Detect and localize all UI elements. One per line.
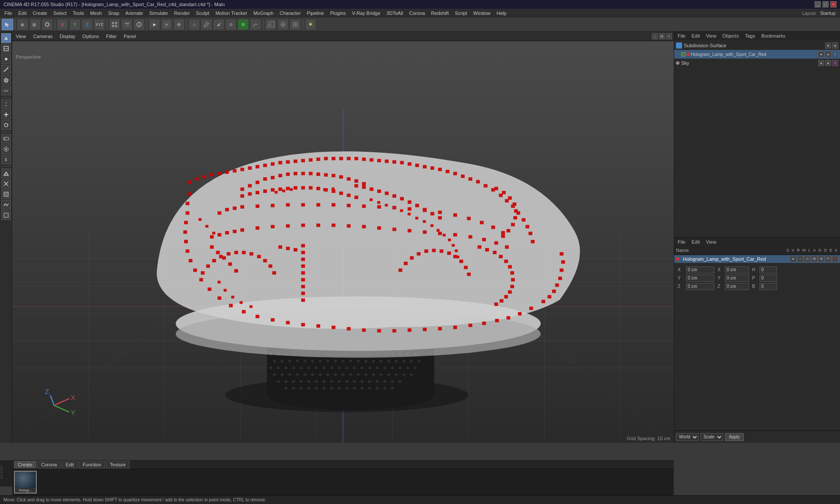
- viewport-area[interactable]: View Cameras Display Options Filter Pane…: [12, 32, 674, 443]
- menu-animate[interactable]: Animate: [123, 10, 146, 17]
- menu-file[interactable]: File: [2, 10, 15, 17]
- menu-create[interactable]: Create: [30, 10, 50, 17]
- minimize-button[interactable]: _: [815, 1, 821, 7]
- attr-icon-5[interactable]: ⊕: [818, 256, 824, 262]
- obj-visibility-btn[interactable]: ●: [825, 42, 831, 49]
- toolbar-spline-btn[interactable]: [250, 19, 261, 30]
- menu-snap[interactable]: Snap: [105, 10, 122, 17]
- toolbar-wireframe-btn[interactable]: [277, 19, 289, 30]
- sidebar-tool8[interactable]: [1, 210, 11, 220]
- toolbar-null-btn[interactable]: ◇: [189, 19, 200, 30]
- toolbar-render-settings-btn[interactable]: [173, 19, 185, 30]
- obj-menu-objects[interactable]: Objects: [721, 33, 740, 39]
- menu-help[interactable]: Help: [494, 10, 509, 17]
- attr-icon-2[interactable]: ○: [797, 256, 803, 262]
- vp-menu-panel[interactable]: Panel: [122, 33, 138, 40]
- obj-menu-view[interactable]: View: [704, 33, 718, 39]
- toolbar-sculpt-btn[interactable]: ⊙: [225, 19, 237, 30]
- sidebar-texture-mode[interactable]: [1, 44, 11, 53]
- menu-3dtoall[interactable]: 3DToAll: [384, 10, 406, 17]
- menu-corona[interactable]: Corona: [406, 10, 427, 17]
- coord-p-input[interactable]: [760, 275, 777, 282]
- attr-icon-6[interactable]: ↻: [825, 256, 831, 262]
- obj-menu-bookmarks[interactable]: Bookmarks: [760, 33, 787, 39]
- coord-y-input2[interactable]: [725, 275, 749, 282]
- menu-redshift[interactable]: Redshift: [428, 10, 451, 17]
- sidebar-rotate-tool[interactable]: [1, 120, 11, 130]
- toolbar-green-btn[interactable]: [238, 19, 249, 30]
- toolbar-light-btn[interactable]: ☀: [305, 19, 316, 30]
- attr-selected-object-row[interactable]: Hologram_Lamp_with_Sport_Car_Red ● ○ ⊙ ⊞…: [674, 255, 840, 263]
- world-dropdown[interactable]: World: [676, 433, 699, 441]
- sidebar-move-tool[interactable]: [1, 99, 11, 109]
- sidebar-tool4[interactable]: [1, 168, 11, 178]
- tab-corona[interactable]: Corona: [37, 461, 61, 469]
- sidebar-tool3[interactable]: $: [1, 155, 11, 164]
- obj-render-btn[interactable]: ●: [832, 42, 838, 49]
- sidebar-polygon-mode[interactable]: [1, 75, 11, 85]
- menu-vray[interactable]: V-Ray Bridge: [350, 10, 383, 17]
- menu-edit[interactable]: Edit: [16, 10, 29, 17]
- vp-expand-btn[interactable]: ↕: [652, 33, 658, 39]
- toolbar-perspective-btn[interactable]: 3D: [265, 19, 276, 30]
- sidebar-tool6[interactable]: [1, 189, 11, 199]
- sky-render-btn[interactable]: ●: [825, 60, 831, 66]
- vp-close-btn[interactable]: ×: [666, 33, 672, 39]
- obj-menu-file[interactable]: File: [676, 33, 687, 39]
- attr-icon-3[interactable]: ⊙: [804, 256, 810, 262]
- vp-menu-options[interactable]: Options: [80, 33, 101, 40]
- obj-menu-edit[interactable]: Edit: [690, 33, 702, 39]
- coord-h-input[interactable]: [760, 266, 777, 273]
- viewport-canvas[interactable]: Perspective Grid Spacing: 10 cm: [12, 41, 674, 443]
- sidebar-model-mode[interactable]: [1, 33, 11, 43]
- tab-function[interactable]: Function: [79, 461, 105, 469]
- attr-menu-file[interactable]: File: [676, 239, 687, 245]
- vp-menu-display[interactable]: Display: [58, 33, 77, 40]
- menu-mograph[interactable]: MoGraph: [251, 10, 276, 17]
- toolbar-y-btn[interactable]: Y: [69, 19, 80, 30]
- menu-pipeline[interactable]: Pipeline: [304, 10, 326, 17]
- sidebar-uv-mode[interactable]: UV: [1, 86, 11, 95]
- toolbar-render-btn[interactable]: ▶: [149, 19, 160, 30]
- sidebar-scale-tool[interactable]: [1, 110, 11, 119]
- sidebar-edge-mode[interactable]: [1, 65, 11, 74]
- sky-tag1[interactable]: T: [832, 60, 838, 66]
- sidebar-tool2[interactable]: [1, 144, 11, 154]
- toolbar-paint-btn[interactable]: 🖌: [213, 19, 224, 30]
- coord-y-input1[interactable]: [686, 275, 714, 282]
- vp-menu-filter[interactable]: Filter: [104, 33, 118, 40]
- toolbar-dots-btn[interactable]: [290, 19, 301, 30]
- maximize-button[interactable]: □: [822, 1, 829, 7]
- material-hologram[interactable]: Hologr...: [14, 471, 37, 494]
- layout-startup[interactable]: Startup: [818, 10, 838, 17]
- toolbar-x-btn[interactable]: X: [57, 19, 68, 30]
- coord-x-input1[interactable]: [686, 266, 714, 273]
- menu-sculpt[interactable]: Sculpt: [193, 10, 212, 17]
- toolbar-move-btn[interactable]: ⊕: [17, 19, 28, 30]
- tab-edit[interactable]: Edit: [62, 461, 78, 469]
- apply-button[interactable]: Apply: [725, 433, 744, 441]
- attr-icon-7[interactable]: ✕: [832, 256, 838, 262]
- toolbar-scale-btn[interactable]: ⊞: [29, 19, 41, 30]
- sidebar-tool5[interactable]: [1, 179, 11, 189]
- sidebar-tool1[interactable]: [1, 134, 11, 144]
- vp-menu-cameras[interactable]: Cameras: [32, 33, 55, 40]
- tab-create[interactable]: Create: [14, 461, 36, 469]
- menu-mesh[interactable]: Mesh: [88, 10, 105, 17]
- menu-simulate[interactable]: Simulate: [147, 10, 171, 17]
- close-button[interactable]: ×: [830, 1, 836, 7]
- sidebar-point-mode[interactable]: [1, 54, 11, 64]
- obj-subdivision-surface[interactable]: Subdivision Surface ● ●: [674, 41, 840, 50]
- obj-lamp-visibility-btn[interactable]: ●: [818, 51, 824, 57]
- menu-select[interactable]: Select: [51, 10, 70, 17]
- toolbar-cursor-btn[interactable]: [2, 19, 13, 30]
- obj-hologram-lamp[interactable]: Hologram_Lamp_with_Sport_Car_Red ● ● T: [674, 50, 840, 59]
- vp-menu-view[interactable]: View: [14, 33, 28, 40]
- toolbar-rotate-btn[interactable]: [42, 19, 53, 30]
- menu-motion-tracker[interactable]: Motion Tracker: [213, 10, 250, 17]
- menu-character[interactable]: Character: [277, 10, 303, 17]
- attr-icon-1[interactable]: ●: [790, 256, 796, 262]
- menu-script[interactable]: Script: [452, 10, 470, 17]
- coord-z-input1[interactable]: [686, 283, 714, 290]
- menu-plugins[interactable]: Plugins: [327, 10, 348, 17]
